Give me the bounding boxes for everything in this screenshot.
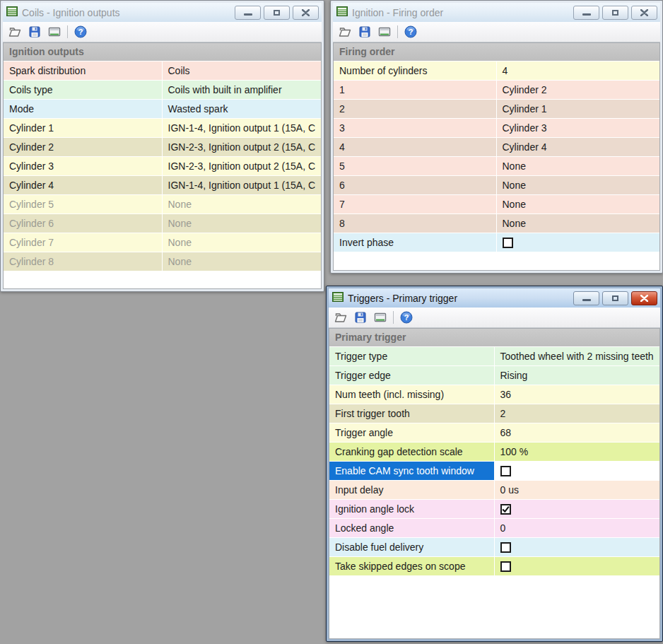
table-row[interactable]: Cylinder 2IGN-2-3, Ignition output 2 (15… bbox=[4, 138, 321, 156]
save-button[interactable] bbox=[27, 24, 42, 40]
row-value[interactable] bbox=[495, 462, 660, 480]
table-row[interactable]: Ignition angle lock bbox=[329, 500, 659, 518]
table-row[interactable]: Num teeth (incl. missing)36 bbox=[329, 385, 659, 404]
row-label[interactable]: 6 bbox=[334, 176, 497, 194]
help-button[interactable]: ? bbox=[403, 24, 418, 40]
row-value[interactable]: 0 us bbox=[495, 481, 660, 499]
table-row[interactable]: 1Cylinder 2 bbox=[334, 81, 659, 99]
open-button[interactable] bbox=[337, 24, 353, 40]
row-label[interactable]: First trigger tooth bbox=[329, 404, 495, 423]
row-label[interactable]: Cylinder 2 bbox=[4, 138, 163, 156]
row-value[interactable]: 68 bbox=[495, 423, 660, 442]
row-label[interactable]: 8 bbox=[334, 214, 497, 233]
row-value[interactable]: Coils bbox=[163, 62, 322, 80]
row-label[interactable]: Cylinder 4 bbox=[4, 176, 163, 194]
table-row[interactable]: 5None bbox=[334, 157, 659, 175]
row-value[interactable]: 100 % bbox=[495, 443, 660, 461]
table-row[interactable]: Coils typeCoils with built in amplifier bbox=[4, 81, 321, 99]
row-value[interactable]: 4 bbox=[497, 62, 660, 80]
table-row[interactable]: Input delay0 us bbox=[329, 481, 659, 499]
save-button[interactable] bbox=[353, 310, 368, 325]
row-label[interactable]: Cylinder 3 bbox=[4, 157, 163, 175]
table-row[interactable]: Spark distributionCoils bbox=[4, 62, 321, 80]
table-row[interactable]: Disable fuel delivery bbox=[329, 538, 659, 556]
table-row[interactable]: 8None bbox=[334, 214, 659, 233]
row-value[interactable]: Cylinder 3 bbox=[497, 119, 660, 137]
row-value[interactable]: None bbox=[497, 157, 660, 175]
table-row[interactable]: Cranking gap detection scale100 % bbox=[329, 443, 659, 461]
window-view-button[interactable] bbox=[377, 24, 392, 40]
row-label[interactable]: 5 bbox=[334, 157, 497, 175]
row-label[interactable]: Locked angle bbox=[329, 519, 495, 537]
table-row[interactable]: Trigger angle68 bbox=[329, 423, 659, 442]
row-label[interactable]: 3 bbox=[334, 119, 497, 137]
row-value[interactable]: Cylinder 4 bbox=[497, 138, 660, 156]
row-value[interactable]: None bbox=[163, 233, 322, 252]
row-label[interactable]: Trigger edge bbox=[329, 366, 495, 385]
table-row[interactable]: 7None bbox=[334, 195, 659, 213]
save-button[interactable] bbox=[357, 24, 372, 40]
maximize-button[interactable] bbox=[602, 6, 628, 20]
row-value[interactable]: IGN-2-3, Ignition output 2 (15A, C bbox=[163, 157, 322, 175]
row-label[interactable]: 2 bbox=[334, 100, 497, 118]
titlebar[interactable]: Ignition - Firing order bbox=[333, 3, 660, 22]
row-value[interactable]: Cylinder 2 bbox=[497, 81, 660, 99]
close-button[interactable] bbox=[631, 6, 657, 20]
row-label[interactable]: Number of cylinders bbox=[334, 62, 497, 80]
row-label[interactable]: 7 bbox=[334, 195, 497, 213]
table-row[interactable]: 4Cylinder 4 bbox=[334, 138, 659, 156]
titlebar[interactable]: Triggers - Primary trigger bbox=[329, 288, 660, 308]
minimize-button[interactable] bbox=[573, 291, 599, 305]
table-row[interactable]: ModeWasted spark bbox=[4, 100, 321, 118]
open-button[interactable] bbox=[333, 310, 348, 325]
table-row[interactable]: 3Cylinder 3 bbox=[334, 119, 659, 137]
row-label[interactable]: Ignition angle lock bbox=[329, 500, 495, 518]
row-label[interactable]: Disable fuel delivery bbox=[329, 538, 495, 556]
table-row[interactable]: Cylinder 1IGN-1-4, Ignition output 1 (15… bbox=[4, 119, 321, 137]
row-value[interactable]: None bbox=[163, 252, 322, 271]
window-view-button[interactable] bbox=[47, 24, 62, 40]
row-value[interactable]: Coils with built in amplifier bbox=[163, 81, 322, 99]
open-button[interactable] bbox=[7, 24, 23, 40]
table-row[interactable]: Trigger edgeRising bbox=[329, 366, 659, 385]
table-row[interactable]: Cylinder 6None bbox=[4, 214, 321, 233]
row-label[interactable]: Spark distribution bbox=[4, 62, 163, 80]
row-value[interactable]: None bbox=[163, 214, 322, 233]
row-label[interactable]: 1 bbox=[334, 81, 497, 99]
row-value[interactable]: None bbox=[497, 195, 660, 213]
window-view-button[interactable] bbox=[372, 310, 388, 325]
help-button[interactable]: ? bbox=[399, 310, 414, 325]
row-label[interactable]: Cylinder 6 bbox=[4, 214, 163, 233]
row-value[interactable]: None bbox=[497, 214, 660, 233]
table-row[interactable]: 6None bbox=[334, 176, 659, 194]
row-value[interactable]: Cylinder 1 bbox=[497, 100, 660, 118]
maximize-button[interactable] bbox=[602, 291, 628, 305]
row-label[interactable]: 4 bbox=[334, 138, 497, 156]
row-label[interactable]: Cylinder 5 bbox=[4, 195, 163, 213]
row-label[interactable]: Invert phase bbox=[334, 233, 497, 252]
row-value[interactable]: 0 bbox=[495, 519, 660, 537]
checkbox-unchecked[interactable] bbox=[500, 466, 511, 476]
checkbox-unchecked[interactable] bbox=[500, 542, 511, 553]
table-row[interactable]: Trigger typeToothed wheel with 2 missing… bbox=[329, 347, 659, 365]
table-row[interactable]: Enable CAM sync tooth window bbox=[329, 462, 659, 480]
checkbox-unchecked[interactable] bbox=[503, 238, 513, 248]
row-value[interactable]: 2 bbox=[495, 404, 660, 423]
row-label[interactable]: Cylinder 7 bbox=[4, 233, 163, 252]
table-row[interactable]: Cylinder 4IGN-1-4, Ignition output 1 (15… bbox=[4, 176, 321, 194]
row-label[interactable]: Enable CAM sync tooth window bbox=[329, 462, 495, 480]
row-value[interactable]: Toothed wheel with 2 missing teeth bbox=[495, 347, 660, 365]
table-row[interactable]: Invert phase bbox=[334, 233, 659, 252]
table-row[interactable]: Take skipped edges on scope bbox=[329, 557, 659, 575]
row-label[interactable]: Num teeth (incl. missing) bbox=[329, 385, 495, 404]
row-value[interactable]: None bbox=[163, 195, 322, 213]
minimize-button[interactable] bbox=[573, 6, 599, 20]
row-value[interactable]: IGN-2-3, Ignition output 2 (15A, C bbox=[163, 138, 322, 156]
row-label[interactable]: Trigger angle bbox=[329, 423, 495, 442]
row-label[interactable]: Trigger type bbox=[329, 347, 495, 365]
checkbox-checked[interactable] bbox=[500, 504, 511, 515]
table-row[interactable]: Cylinder 8None bbox=[4, 252, 321, 271]
table-row[interactable]: Locked angle0 bbox=[329, 519, 659, 537]
checkbox-unchecked[interactable] bbox=[500, 561, 511, 572]
table-row[interactable]: Cylinder 3IGN-2-3, Ignition output 2 (15… bbox=[4, 157, 321, 175]
